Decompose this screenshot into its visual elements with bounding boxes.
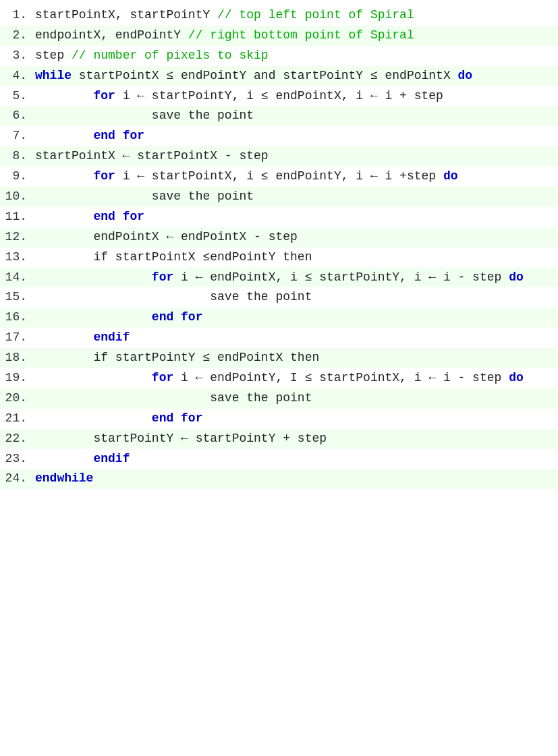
keyword: do xyxy=(443,169,458,183)
keyword: for xyxy=(152,270,173,284)
line-number: 15. xyxy=(0,288,35,307)
code-line: 23. endif xyxy=(0,449,558,469)
line-number: 22. xyxy=(0,430,35,448)
keyword: endif xyxy=(93,452,130,465)
keyword: for xyxy=(93,169,115,183)
code-container: 1.startPointX, startPointY // top left p… xyxy=(0,0,558,756)
code-text: save the point xyxy=(35,290,312,303)
line-number: 20. xyxy=(0,389,35,408)
code-line: 2.endpointX, endPointY // right bottom p… xyxy=(0,26,558,46)
code-line: 24.endwhile xyxy=(0,469,558,489)
code-text: endPointX ← endPointX - step xyxy=(35,230,298,243)
code-text: startPointY ← startPointY + step xyxy=(35,432,327,445)
line-number: 6. xyxy=(0,107,35,125)
code-text: save the point xyxy=(35,109,254,122)
code-line: 14. for i ← endPointX, i ≤ startPointY, … xyxy=(0,268,558,288)
code-line: 8.startPointX ← startPointX - step xyxy=(0,146,558,167)
code-text: i ← endPointY, I ≤ startPointX, i ← i - … xyxy=(173,371,509,384)
line-number: 3. xyxy=(0,47,35,65)
keyword: do xyxy=(509,371,524,384)
keyword: while xyxy=(35,69,72,82)
code-line: 22. startPointY ← startPointY + step xyxy=(0,429,558,449)
code-text xyxy=(35,129,93,142)
line-content: end for xyxy=(35,208,558,227)
line-content: startPointX ← startPointX - step xyxy=(35,147,558,166)
code-line: 11. end for xyxy=(0,207,558,227)
keyword: for xyxy=(93,89,115,103)
line-number: 4. xyxy=(0,67,35,86)
line-content: for i ← startPointX, i ≤ endPointY, i ← … xyxy=(35,167,558,186)
code-text xyxy=(35,452,93,465)
code-text: endpointX, endPointY xyxy=(35,28,188,42)
line-number: 16. xyxy=(0,308,35,327)
code-text xyxy=(35,330,93,344)
code-text xyxy=(35,371,152,384)
keyword: end for xyxy=(93,129,144,142)
code-text xyxy=(35,89,93,103)
line-number: 10. xyxy=(0,187,35,206)
code-line: 21. end for xyxy=(0,409,558,429)
code-text: i ← startPointY, i ≤ endPointX, i ← i + … xyxy=(115,89,443,103)
line-number: 17. xyxy=(0,328,35,347)
code-text: save the point xyxy=(35,391,312,405)
line-content: endpointX, endPointY // right bottom poi… xyxy=(35,26,558,45)
code-text xyxy=(35,169,93,183)
comment: // top left point of Spiral xyxy=(217,8,414,22)
code-line: 4.while startPointX ≤ endPointY and star… xyxy=(0,66,558,86)
code-text: startPointX, startPointY xyxy=(35,8,217,22)
code-text: if startPointX ≤endPointY then xyxy=(35,250,312,264)
line-number: 13. xyxy=(0,248,35,267)
comment: // number of pixels to skip xyxy=(72,49,269,62)
line-content: endwhile xyxy=(35,469,558,488)
line-number: 2. xyxy=(0,26,35,45)
line-content: endif xyxy=(35,328,558,347)
code-line: 6. save the point xyxy=(0,106,558,126)
keyword: end for xyxy=(152,310,203,324)
code-line: 9. for i ← startPointX, i ≤ endPointY, i… xyxy=(0,167,558,187)
line-content: step // number of pixels to skip xyxy=(35,47,558,65)
line-content: if startPointY ≤ endPointX then xyxy=(35,349,558,368)
code-text: startPointX ≤ endPointY and startPointY … xyxy=(72,69,458,82)
line-number: 7. xyxy=(0,127,35,146)
line-number: 21. xyxy=(0,409,35,428)
code-text xyxy=(35,310,152,324)
line-number: 8. xyxy=(0,147,35,166)
keyword: do xyxy=(458,69,473,82)
code-text: startPointX ← startPointX - step xyxy=(35,149,269,163)
code-line: 20. save the point xyxy=(0,388,558,409)
code-line: 10. save the point xyxy=(0,187,558,207)
line-content: for i ← endPointX, i ≤ startPointY, i ← … xyxy=(35,268,558,287)
keyword: for xyxy=(152,371,173,384)
line-number: 14. xyxy=(0,268,35,287)
code-text xyxy=(35,411,152,425)
code-line: 18. if startPointY ≤ endPointX then xyxy=(0,348,558,368)
line-content: startPointX, startPointY // top left poi… xyxy=(35,6,558,25)
line-number: 5. xyxy=(0,87,35,106)
line-content: save the point xyxy=(35,389,558,408)
keyword: endwhile xyxy=(35,471,93,485)
code-text: save the point xyxy=(35,190,254,203)
line-content: save the point xyxy=(35,107,558,125)
line-content: save the point xyxy=(35,288,558,307)
code-line: 16. end for xyxy=(0,308,558,328)
keyword: end for xyxy=(93,210,144,223)
line-content: endif xyxy=(35,450,558,469)
line-content: while startPointX ≤ endPointY and startP… xyxy=(35,67,558,86)
keyword: endif xyxy=(93,330,130,344)
code-line: 19. for i ← endPointY, I ≤ startPointX, … xyxy=(0,368,558,388)
comment: // right bottom point of Spiral xyxy=(188,28,414,42)
code-line: 13. if startPointX ≤endPointY then xyxy=(0,248,558,268)
code-line: 12. endPointX ← endPointX - step xyxy=(0,227,558,248)
line-content: for i ← endPointY, I ≤ startPointX, i ← … xyxy=(35,369,558,388)
keyword: end for xyxy=(152,411,203,425)
code-text: step xyxy=(35,49,72,62)
code-text xyxy=(35,270,152,284)
line-content: for i ← startPointY, i ≤ endPointX, i ← … xyxy=(35,87,558,106)
code-line: 3.step // number of pixels to skip xyxy=(0,46,558,66)
line-number: 23. xyxy=(0,450,35,469)
code-line: 1.startPointX, startPointY // top left p… xyxy=(0,5,558,26)
line-number: 1. xyxy=(0,6,35,25)
line-number: 19. xyxy=(0,369,35,388)
line-content: end for xyxy=(35,409,558,428)
line-content: startPointY ← startPointY + step xyxy=(35,430,558,448)
